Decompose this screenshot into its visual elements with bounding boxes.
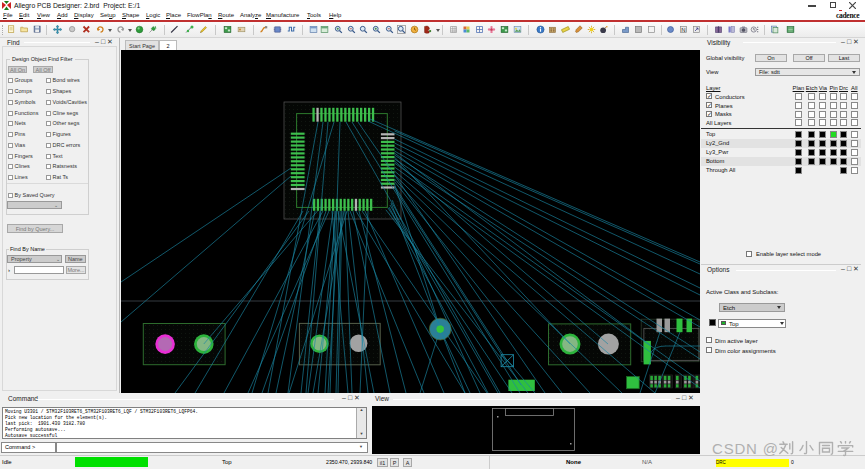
svg-text:N: N (681, 27, 685, 33)
